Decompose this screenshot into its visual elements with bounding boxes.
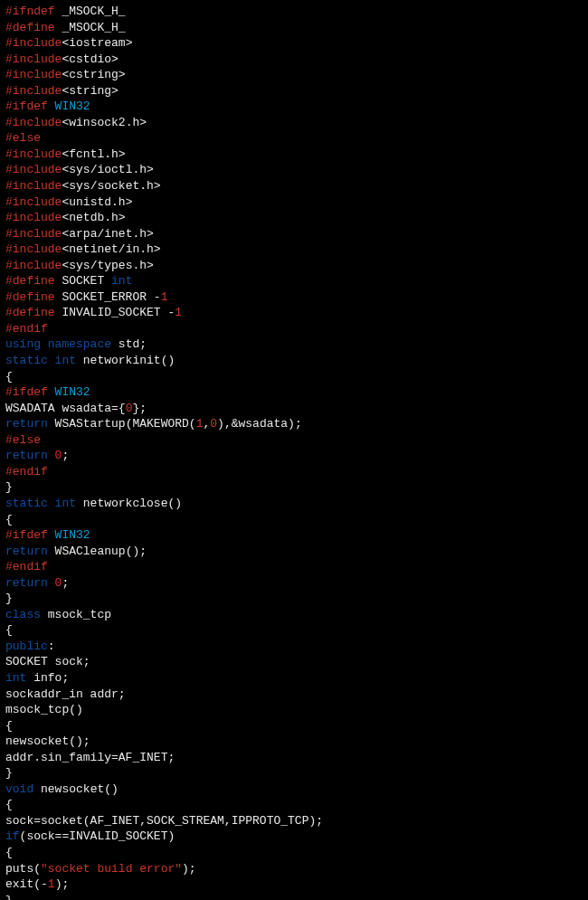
code-line: #define INVALID_SOCKET -1 — [5, 305, 583, 321]
token-white: _MSOCK_H_ — [55, 21, 126, 34]
code-line: newsocket(); — [5, 734, 583, 750]
token-preproc: #include — [5, 227, 62, 241]
token-preproc: #include — [5, 116, 62, 129]
token-white: newsocket(); — [5, 734, 90, 748]
code-line: #include<unistd.h> — [5, 194, 583, 211]
token-white: <netdb.h> — [62, 211, 125, 224]
code-line: #include<winsock2.h> — [5, 115, 583, 131]
code-line: #define SOCKET int — [5, 273, 583, 289]
token-preproc: #ifdef — [5, 99, 48, 113]
token-number: 1 — [175, 306, 182, 319]
token-preproc: #include — [5, 36, 62, 50]
token-white: (sock==INVALID_SOCKET) — [20, 829, 175, 843]
code-line: { — [5, 369, 583, 385]
code-line: #include<iostream> — [5, 35, 583, 52]
token-white: SOCKET — [55, 274, 111, 288]
token-number: 1 — [48, 877, 55, 891]
token-preproc: #include — [5, 52, 62, 66]
code-line: } — [5, 893, 583, 900]
code-line: sock=socket(AF_INET,SOCK_STREAM,IPPROTO_… — [5, 813, 583, 829]
token-preproc: #define — [5, 274, 55, 288]
code-line: #endif — [5, 321, 583, 337]
token-white: puts( — [5, 862, 41, 876]
token-white: <cstdio> — [62, 52, 118, 66]
token-preproc: #else — [5, 433, 41, 447]
token-white: sock=socket(AF_INET,SOCK_STREAM,IPPROTO_… — [5, 814, 323, 828]
token-white: <sys/ioctl.h> — [62, 163, 153, 176]
code-line: #include<sys/socket.h> — [5, 178, 583, 194]
token-preproc: #include — [5, 259, 62, 272]
code-line: #include<netinet/in.h> — [5, 242, 583, 258]
code-line: #include<string> — [5, 83, 583, 99]
token-white: exit(- — [5, 877, 48, 891]
token-keyword: return — [5, 417, 48, 431]
token-white: ; — [62, 449, 69, 462]
code-line: #include<arpa/inet.h> — [5, 226, 583, 242]
token-preproc: #include — [5, 68, 62, 81]
code-line: #ifdef WIN32 — [5, 99, 583, 115]
code-line: static int networkinit() — [5, 353, 583, 369]
token-white: <string> — [62, 84, 118, 98]
token-preproc: #define — [5, 290, 55, 304]
code-line: return 0; — [5, 575, 583, 592]
token-white: <cstring> — [62, 68, 125, 81]
code-line: #endif — [5, 559, 583, 575]
token-white: ; — [62, 576, 69, 590]
token-white: ),&wsadata); — [217, 417, 302, 431]
token-keyword: class — [5, 608, 41, 621]
code-line: WSADATA wsadata={0}; — [5, 401, 583, 417]
code-line: return 0; — [5, 448, 583, 464]
token-white: <fcntl.h> — [62, 147, 125, 161]
token-white: msock_tcp — [41, 608, 111, 621]
code-line: { — [5, 622, 583, 639]
token-white: <netinet/in.h> — [62, 242, 160, 256]
token-keyword: return — [5, 576, 55, 590]
token-white: WSAStartup(MAKEWORD( — [48, 417, 196, 431]
token-cyan: WIN32 — [48, 528, 90, 542]
token-white: { — [5, 513, 13, 526]
code-line: #ifdef WIN32 — [5, 527, 583, 544]
token-preproc: #include — [5, 195, 62, 209]
token-keyword: return — [5, 545, 48, 558]
token-keyword: using namespace — [5, 337, 111, 351]
token-preproc: #include — [5, 84, 62, 98]
code-line: puts("socket build error"); — [5, 861, 583, 877]
token-white: SOCKET sock; — [5, 655, 90, 668]
code-line: { — [5, 512, 583, 528]
code-line: { — [5, 845, 583, 861]
token-keyword: public — [5, 639, 48, 653]
token-white: : — [48, 639, 55, 653]
token-preproc: #include — [5, 179, 62, 193]
code-line: } — [5, 591, 583, 607]
token-white: { — [5, 798, 13, 811]
code-line: if(sock==INVALID_SOCKET) — [5, 829, 583, 845]
code-line: #include<sys/ioctl.h> — [5, 162, 583, 178]
token-white: <arpa/inet.h> — [62, 227, 153, 241]
token-number: 1 — [161, 290, 168, 304]
code-line: #include<fcntl.h> — [5, 147, 583, 163]
code-line: SOCKET sock; — [5, 654, 583, 670]
token-white: }; — [132, 402, 147, 415]
token-keyword: int — [5, 671, 26, 685]
token-white: <sys/socket.h> — [62, 179, 160, 193]
token-white: <winsock2.h> — [62, 116, 147, 129]
token-preproc: #include — [5, 147, 62, 161]
token-keyword: if — [5, 829, 20, 843]
token-keyword: static int — [5, 354, 76, 367]
token-preproc: #include — [5, 163, 62, 176]
code-line: #include<cstdio> — [5, 52, 583, 68]
token-keyword: static int — [5, 497, 76, 510]
token-preproc: #endif — [5, 465, 48, 478]
code-line: return WSACleanup(); — [5, 544, 583, 560]
token-white: newsocket() — [33, 782, 119, 796]
token-white: WSADATA wsadata={ — [5, 402, 126, 415]
token-white: { — [5, 846, 13, 859]
code-line: int info; — [5, 670, 583, 687]
code-line: } — [5, 479, 583, 496]
token-white: ); — [182, 862, 196, 876]
code-line: #define SOCKET_ERROR -1 — [5, 289, 583, 306]
token-white: std; — [111, 337, 147, 351]
token-white: addr.sin_family=AF_INET; — [5, 751, 175, 764]
code-line: using namespace std; — [5, 336, 583, 353]
token-number: 0 — [210, 417, 217, 431]
